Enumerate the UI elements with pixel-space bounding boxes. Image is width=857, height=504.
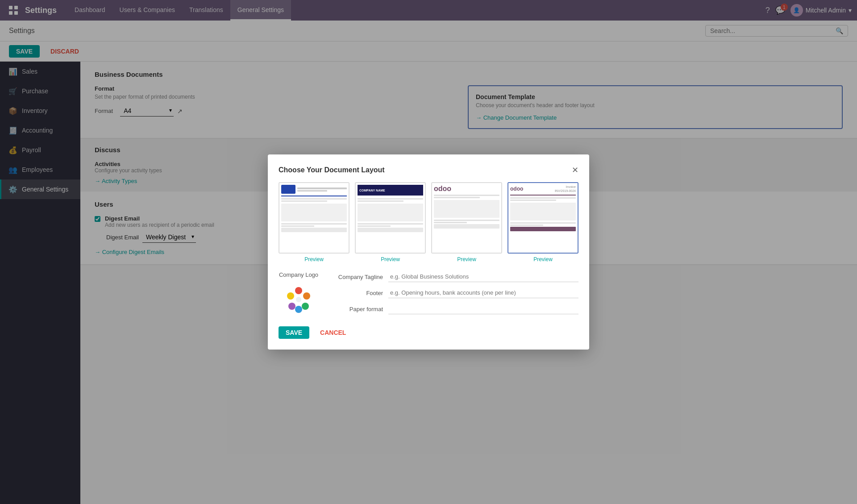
modal-fields: Company Logo Company Tagl: [279, 271, 578, 317]
svg-point-10: [296, 297, 301, 302]
modal-close-button[interactable]: ✕: [572, 165, 578, 175]
modal-layouts: Preview COMPANY NAME: [279, 182, 578, 262]
layout-option-3[interactable]: odoo Preview: [431, 182, 502, 262]
paper-format-input[interactable]: A4: [388, 304, 578, 314]
document-layout-modal: Choose Your Document Layout ✕: [268, 154, 589, 350]
svg-point-8: [288, 303, 295, 310]
footer-row: Footer: [329, 287, 578, 298]
layout-2-preview-label[interactable]: Preview: [355, 256, 426, 262]
modal-title: Choose Your Document Layout: [279, 166, 385, 174]
company-tagline-input[interactable]: [388, 271, 578, 282]
svg-point-7: [295, 306, 302, 313]
preview-doc-2: COMPANY NAME: [356, 183, 425, 253]
svg-point-5: [303, 292, 310, 300]
modal-overlay[interactable]: Choose Your Document Layout ✕: [0, 0, 857, 504]
modal-save-button[interactable]: SAVE: [279, 326, 309, 339]
company-tagline-row: Company Tagline: [329, 271, 578, 282]
modal-header: Choose Your Document Layout ✕: [279, 165, 578, 175]
footer-label: Footer: [329, 290, 383, 296]
layout-4-preview-label[interactable]: Preview: [508, 256, 578, 262]
fields-right: Company Tagline Footer Paper format A4: [329, 271, 578, 314]
preview-doc-4: odoo InvoiceINV/2019-0024: [508, 183, 578, 253]
layout-option-4[interactable]: odoo InvoiceINV/2019-0024 Preview: [508, 182, 578, 262]
footer-input[interactable]: [388, 287, 578, 298]
paper-format-row: Paper format A4: [329, 304, 578, 314]
layout-option-1[interactable]: Preview: [279, 182, 349, 262]
svg-point-6: [302, 303, 309, 310]
preview-doc-3: odoo: [432, 183, 501, 253]
layout-option-2[interactable]: COMPANY NAME Preview: [355, 182, 426, 262]
paper-format-label: Paper format: [329, 306, 383, 312]
layout-1-preview-label[interactable]: Preview: [279, 256, 349, 262]
layout-preview-3: odoo: [431, 182, 502, 254]
company-logo-placeholder[interactable]: [279, 282, 319, 317]
layout-preview-1: [279, 182, 349, 254]
modal-footer: SAVE CANCEL: [279, 326, 578, 339]
company-tagline-label: Company Tagline: [329, 274, 383, 280]
layout-preview-2: COMPANY NAME: [355, 182, 426, 254]
layout-preview-4: odoo InvoiceINV/2019-0024: [508, 182, 578, 254]
company-logo-field: Company Logo: [279, 271, 319, 317]
layout-3-preview-label[interactable]: Preview: [431, 256, 502, 262]
svg-point-4: [295, 287, 302, 294]
modal-cancel-button[interactable]: CANCEL: [313, 326, 353, 339]
preview-doc-1: [279, 183, 349, 253]
svg-point-9: [287, 292, 294, 300]
company-logo-label: Company Logo: [279, 271, 318, 278]
